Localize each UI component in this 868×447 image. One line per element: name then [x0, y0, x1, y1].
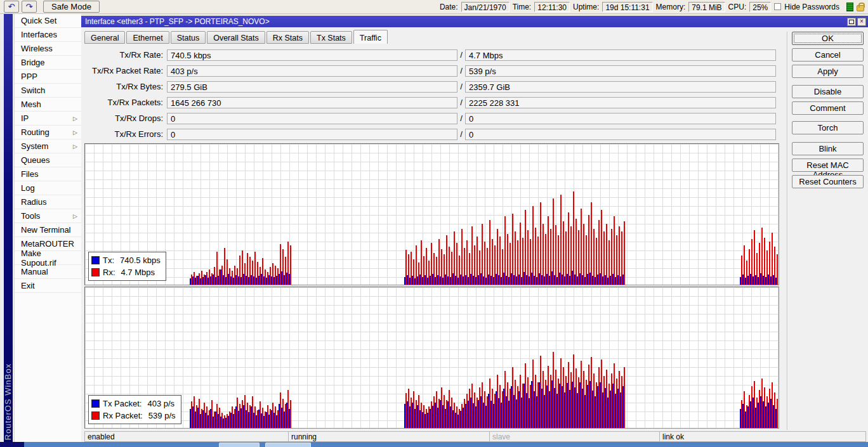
traffic-bar-rx: [563, 221, 564, 285]
sidebar-item-exit[interactable]: Exit: [15, 279, 81, 293]
sidebar-item-queues[interactable]: Queues: [15, 153, 81, 167]
dialog-titlebar[interactable]: Interface <ether3 - PTP_SFP -> PORTEIRAS…: [81, 16, 868, 27]
tx-value-field[interactable]: 740.5 kbps: [167, 49, 457, 61]
status-bar: enabledrunningslavelink ok: [84, 431, 866, 442]
field-label: Tx/Rx Errors:: [84, 129, 167, 139]
taskbar-button[interactable]: [265, 443, 311, 447]
restore-button[interactable]: [847, 18, 856, 26]
sidebar-item-label: Wireless: [21, 44, 53, 53]
cancel-button[interactable]: Cancel: [792, 48, 864, 62]
safe-mode-button[interactable]: Safe Mode: [43, 1, 100, 13]
sidebar-item-quick-set[interactable]: Quick Set: [15, 14, 81, 28]
hide-passwords-checkbox[interactable]: [774, 3, 781, 10]
field-row-tx-rx-bytes: Tx/Rx Bytes:279.5 GiB/2359.7 GiB: [84, 79, 782, 94]
traffic-bar-rx: [525, 210, 526, 285]
rx-value-field[interactable]: 539 p/s: [465, 65, 776, 77]
tx-value-field[interactable]: 403 p/s: [167, 65, 457, 77]
tab-tx-stats[interactable]: Tx Stats: [310, 31, 352, 44]
sidebar-item-wireless[interactable]: Wireless: [15, 42, 81, 56]
stat-label-date: Date:: [440, 3, 458, 11]
tx-value-field[interactable]: 279.5 GiB: [167, 81, 457, 93]
rx-value-field[interactable]: 4.7 Mbps: [465, 49, 776, 61]
redo-button[interactable]: ↷: [22, 1, 37, 13]
sidebar-item-new-terminal[interactable]: New Terminal: [15, 223, 81, 237]
traffic-bar-rx: [290, 400, 291, 428]
rx-value-field[interactable]: 0: [465, 113, 776, 124]
tab-traffic[interactable]: Traffic: [353, 30, 388, 44]
sidebar-item-switch[interactable]: Switch: [15, 84, 81, 98]
tab-rx-stats[interactable]: Rx Stats: [266, 31, 309, 44]
stat-value-cpu: 25%: [749, 2, 771, 12]
traffic-bar-rx: [583, 224, 584, 285]
sidebar-item-interfaces[interactable]: Interfaces: [15, 28, 81, 42]
sidebar-item-files[interactable]: Files: [15, 167, 81, 181]
traffic-bar-rx: [575, 219, 577, 285]
legend-swatch-rx: [91, 268, 100, 276]
sidebar-item-routing[interactable]: Routing▷: [15, 126, 81, 139]
legend-row-tx: Tx:740.5 kbps: [91, 254, 161, 266]
tab-ethernet[interactable]: Ethernet: [126, 31, 169, 44]
submenu-arrow-icon: ▷: [73, 115, 77, 122]
legend-label: Tx:: [103, 256, 114, 265]
legend-label: Rx:: [103, 268, 115, 277]
blink-button[interactable]: Blink: [792, 142, 864, 155]
submenu-arrow-icon: ▷: [73, 213, 77, 219]
reset-counters-button[interactable]: Reset Counters: [792, 175, 864, 188]
undo-button[interactable]: ↶: [4, 1, 19, 13]
sidebar-item-label: Quick Set: [21, 16, 56, 25]
sidebar-item-radius[interactable]: Radius: [15, 195, 81, 209]
secure-lock-icon: [857, 5, 864, 11]
reset-mac-address-button[interactable]: Reset MAC Address: [792, 159, 864, 172]
legend-swatch-tx-packet: [91, 399, 100, 408]
restore-icon: [849, 20, 854, 24]
tx-value-field[interactable]: 1645 266 730: [167, 97, 457, 108]
tx-value-field[interactable]: 0: [167, 129, 457, 140]
bottom-taskbar-strip: [0, 442, 868, 447]
traffic-rate-plot: [85, 144, 779, 285]
tab-status[interactable]: Status: [171, 31, 206, 44]
rx-value-field[interactable]: 2359.7 GiB: [465, 81, 776, 93]
sidebar-item-label: Exit: [21, 281, 35, 290]
sidebar-item-label: Queues: [21, 155, 50, 165]
disable-button[interactable]: Disable: [792, 85, 864, 98]
close-button[interactable]: ×: [857, 18, 866, 26]
sidebar-item-label: Tools: [21, 211, 40, 221]
sidebar-item-tools[interactable]: Tools▷: [15, 209, 81, 223]
sidebar-item-log[interactable]: Log: [15, 181, 81, 195]
tx-rx-separator: /: [457, 98, 465, 107]
rx-value-field[interactable]: 0: [465, 129, 776, 140]
sidebar: RouterOS WinBox Quick SetInterfacesWirel…: [0, 14, 81, 443]
legend-value: 403 p/s: [147, 399, 174, 408]
ok-button[interactable]: OK: [792, 32, 864, 45]
torch-button[interactable]: Torch: [792, 121, 864, 134]
field-label: Tx/Rx Bytes:: [84, 82, 167, 91]
submenu-arrow-icon: ▷: [73, 143, 77, 150]
legend-row-rx: Rx:4.7 Mbps: [91, 266, 161, 278]
traffic-bar-rx: [520, 223, 521, 285]
sidebar-item-mesh[interactable]: Mesh: [15, 98, 81, 112]
taskbar-button[interactable]: [219, 443, 260, 447]
sidebar-item-system[interactable]: System▷: [15, 139, 81, 153]
traffic-bar-rx: [290, 245, 291, 285]
interface-dialog: Interface <ether3 - PTP_SFP -> PORTEIRAS…: [81, 16, 868, 442]
dialog-title: Interface <ether3 - PTP_SFP -> PORTEIRAS…: [85, 17, 270, 26]
sidebar-item-bridge[interactable]: Bridge: [15, 56, 81, 70]
traffic-bar-rx: [560, 195, 562, 285]
sidebar-item-ppp[interactable]: PPP: [15, 70, 81, 84]
safe-mode-label: Safe Mode: [51, 3, 91, 11]
stat-value-time: 12:11:30: [534, 2, 570, 12]
stat-label-time: Time:: [513, 3, 532, 11]
sidebar-item-ip[interactable]: IP▷: [15, 112, 81, 126]
sidebar-item-label: Make Supout.rif: [21, 249, 77, 268]
sidebar-item-label: Mesh: [21, 100, 41, 109]
traffic-rate-legend: Tx:740.5 kbpsRx:4.7 Mbps: [88, 252, 166, 281]
tab-overall-stats[interactable]: Overall Stats: [207, 31, 265, 44]
comment-button[interactable]: Comment: [792, 101, 864, 115]
tx-value-field[interactable]: 0: [167, 113, 457, 124]
apply-button[interactable]: Apply: [792, 65, 864, 78]
sidebar-item-make-supout-rif[interactable]: Make Supout.rif: [15, 251, 81, 265]
tab-general[interactable]: General: [84, 31, 125, 44]
sidebar-item-label: Radius: [21, 197, 46, 207]
winbox-app: ↶ ↷ Safe Mode Date:Jan/21/1970Time:12:11…: [0, 0, 868, 447]
rx-value-field[interactable]: 2225 228 331: [465, 97, 776, 108]
